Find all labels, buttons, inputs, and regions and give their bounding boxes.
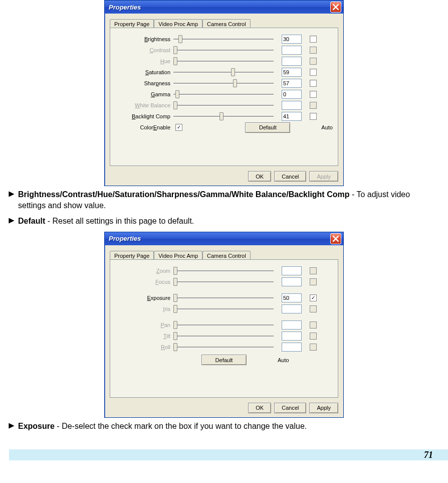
setting-row: Iris [115,304,333,314]
value-input[interactable] [282,90,302,99]
close-icon[interactable] [330,2,341,13]
value-input[interactable] [282,112,302,121]
setting-label: Roll [115,344,173,350]
auto-checkbox [310,47,317,54]
setting-label: Saturation [115,69,173,75]
value-input[interactable] [282,293,302,302]
properties-dialog-video-proc: Properties Property Page Video Proc Amp … [104,0,344,186]
slider [173,321,274,329]
setting-row: Sharpness [115,78,333,88]
slider [173,343,274,351]
titlebar[interactable]: Properties [105,232,343,245]
slider-thumb[interactable] [175,90,179,98]
auto-checkbox[interactable] [310,113,317,120]
slider-thumb [173,321,177,329]
bullet-item: Default - Reset all settings in this pag… [6,216,428,227]
cancel-button[interactable]: Cancel [274,171,306,182]
bullet-item: Brightness/Contrast/Hue/Saturation/Sharp… [6,189,428,211]
auto-checkbox [310,278,317,285]
value-input [282,57,302,66]
default-button[interactable]: Default [201,355,247,365]
setting-row: Gamma [115,89,333,99]
setting-label: White Balance [115,102,173,108]
slider-thumb [173,101,177,109]
slider-thumb[interactable] [173,294,177,302]
setting-row: Contrast [115,45,333,55]
page-number: 71 [424,450,433,460]
setting-row: Pan [115,320,333,330]
slider-thumb[interactable] [219,112,223,120]
setting-label: Exposure [115,295,173,301]
auto-checkbox[interactable] [310,91,317,98]
slider-thumb [173,267,177,275]
auto-column-header: Auto [321,124,333,130]
value-input [282,266,302,275]
auto-checkbox [310,344,317,351]
default-row: Default Auto [115,355,333,365]
triangle-bullet-icon [6,421,18,429]
slider [173,278,274,286]
slider[interactable] [173,112,274,120]
tab-pane: BrightnessContrastHueSaturationSharpness… [110,28,338,166]
auto-checkbox[interactable] [310,69,317,76]
slider [173,46,274,54]
slider[interactable] [173,68,274,76]
default-button[interactable]: Default [245,122,290,133]
setting-row: Saturation [115,67,333,77]
triangle-bullet-icon [6,216,18,224]
auto-checkbox [310,102,317,109]
value-input[interactable] [282,79,302,88]
dialog-button-row: OK Cancel Apply [110,403,338,413]
slider [173,267,274,275]
setting-row: Backlight Comp [115,111,333,121]
apply-button[interactable]: Apply [309,403,338,413]
auto-checkbox[interactable] [310,294,317,301]
color-enable-checkbox[interactable] [175,124,182,131]
properties-dialog-camera-control: Properties Property Page Video Proc Amp … [104,232,344,418]
slider [173,332,274,340]
tab-pane: ZoomFocus ExposureIris PanTiltRoll Defau… [110,259,338,398]
setting-row: Hue [115,56,333,66]
value-input[interactable] [282,68,302,77]
value-input[interactable] [282,35,302,44]
slider-thumb [173,57,177,65]
bullet-text: Brightness/Contrast/Hue/Saturation/Sharp… [18,189,428,211]
slider[interactable] [173,35,274,43]
auto-checkbox[interactable] [310,80,317,87]
auto-checkbox [310,267,317,274]
window-title: Properties [109,4,141,11]
ok-button[interactable]: OK [248,403,271,413]
value-input [282,320,302,330]
setting-row: Exposure [115,293,333,303]
auto-checkbox[interactable] [310,36,317,43]
slider-thumb[interactable] [233,79,237,87]
slider[interactable] [173,79,274,87]
tab-strip: Property Page Video Proc Amp Camera Cont… [110,250,338,260]
slider[interactable] [173,294,274,302]
setting-label: Hue [115,58,173,64]
auto-checkbox [310,58,317,65]
slider[interactable] [173,90,274,98]
setting-label: Backlight Comp [115,113,173,119]
slider-thumb[interactable] [231,68,235,76]
slider-thumb[interactable] [178,35,182,43]
color-enable-row: ColorEnable Default Auto [115,122,333,132]
setting-label: Pan [115,322,173,328]
bullet-text: Exposure - De-select the check mark on t… [18,421,307,432]
setting-row: Roll [115,342,333,352]
dialog-button-row: OK Cancel Apply [110,171,338,182]
ok-button[interactable]: OK [248,171,271,182]
setting-label: Sharpness [115,80,173,86]
setting-row: Zoom [115,266,333,276]
slider-thumb [173,46,177,54]
auto-column-header: Auto [278,357,289,363]
page-footer: 71 [0,449,448,460]
setting-row: Tilt [115,331,333,341]
setting-label: Zoom [115,268,173,274]
cancel-button[interactable]: Cancel [274,403,306,413]
close-icon[interactable] [330,233,341,244]
window-title: Properties [109,235,141,242]
value-input [282,332,302,341]
titlebar[interactable]: Properties [105,1,343,14]
apply-button: Apply [309,171,338,182]
